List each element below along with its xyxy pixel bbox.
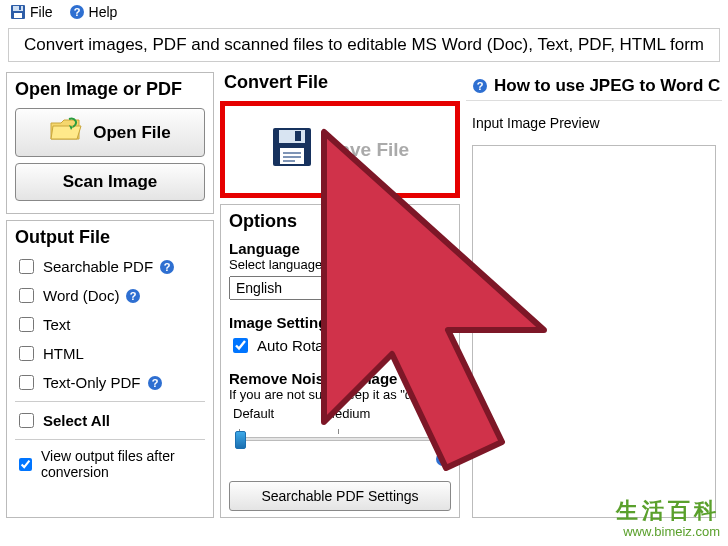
input-preview-box — [472, 145, 716, 518]
select-all-checkbox[interactable] — [19, 413, 34, 428]
svg-text:?: ? — [73, 6, 80, 18]
output-searchable-pdf[interactable]: Searchable PDF ? — [15, 256, 205, 277]
noise-label-medium: Medium — [324, 406, 370, 421]
watermark: 生活百科 www.bimeiz.com — [616, 498, 720, 540]
input-preview-label: Input Image Preview — [466, 107, 722, 139]
svg-rect-1 — [13, 6, 23, 11]
help-icon[interactable]: ? — [159, 259, 175, 275]
folder-icon — [49, 117, 83, 148]
divider — [15, 439, 205, 440]
output-html[interactable]: HTML — [15, 343, 205, 364]
menu-file[interactable]: File — [10, 4, 53, 20]
howto-label: How to use JPEG to Word C — [494, 76, 720, 96]
auto-rotate-checkbox[interactable] — [233, 338, 248, 353]
noise-desc: If you are not sure, keep it as "defa — [229, 387, 451, 402]
svg-text:?: ? — [440, 453, 447, 465]
output-word-checkbox[interactable] — [19, 288, 34, 303]
menu-bar: File ? Help — [0, 0, 728, 24]
output-word-label: Word (Doc) — [43, 287, 119, 304]
slider-tick — [437, 429, 438, 434]
auto-rotate[interactable]: Auto Rotate — [229, 335, 336, 356]
output-text[interactable]: Text — [15, 314, 205, 335]
language-desc: Select language in input file — [229, 257, 451, 272]
help-icon: ? — [472, 78, 488, 94]
output-html-label: HTML — [43, 345, 84, 362]
output-text-only-pdf-label: Text-Only PDF — [43, 374, 141, 391]
menu-file-label: File — [30, 4, 53, 20]
output-text-only-pdf-checkbox[interactable] — [19, 375, 34, 390]
deskew-label: Desk — [382, 337, 416, 354]
scan-image-button[interactable]: Scan Image — [15, 163, 205, 201]
view-output-files-checkbox[interactable] — [19, 458, 32, 471]
output-text-only-pdf[interactable]: Text-Only PDF ? — [15, 372, 205, 393]
svg-rect-3 — [19, 6, 21, 10]
help-icon[interactable]: ? — [435, 451, 451, 467]
convert-file-title: Convert File — [224, 72, 460, 93]
image-settings-title: Image Settings — [229, 314, 451, 331]
svg-rect-18 — [283, 156, 301, 158]
help-icon[interactable]: ? — [147, 375, 163, 391]
slider-tick — [338, 429, 339, 434]
menu-help[interactable]: ? Help — [69, 4, 118, 20]
deskew-checkbox[interactable] — [358, 338, 373, 353]
svg-rect-2 — [14, 13, 22, 18]
output-searchable-pdf-checkbox[interactable] — [19, 259, 34, 274]
menu-help-label: Help — [89, 4, 118, 20]
language-select[interactable]: English — [229, 276, 451, 300]
select-all-label: Select All — [43, 412, 110, 429]
view-output-files-label: View output files after conversion — [41, 448, 205, 480]
auto-rotate-label: Auto Rotate — [257, 337, 336, 354]
howto-title[interactable]: ? How to use JPEG to Word C — [466, 72, 722, 101]
svg-rect-15 — [295, 131, 301, 141]
floppy-icon — [271, 126, 313, 173]
language-title: Language — [229, 240, 451, 257]
select-all[interactable]: Select All — [15, 410, 205, 431]
output-word[interactable]: Word (Doc) ? — [15, 285, 205, 306]
output-text-checkbox[interactable] — [19, 317, 34, 332]
svg-rect-17 — [283, 152, 301, 154]
banner-description: Convert images, PDF and scanned files to… — [8, 28, 720, 62]
output-searchable-pdf-label: Searchable PDF — [43, 258, 153, 275]
noise-label-high: High — [420, 406, 447, 421]
save-icon — [10, 4, 26, 20]
options-panel: Options Language Select language in inpu… — [220, 204, 460, 518]
svg-rect-19 — [283, 160, 295, 162]
scan-image-label: Scan Image — [63, 172, 158, 192]
open-image-title: Open Image or PDF — [15, 79, 205, 100]
noise-labels: Default Medium High — [233, 406, 447, 421]
open-image-panel: Open Image or PDF Open File Scan Image — [6, 72, 214, 214]
divider — [15, 401, 205, 402]
searchable-pdf-settings-button[interactable]: Searchable PDF Settings — [229, 481, 451, 511]
output-text-label: Text — [43, 316, 71, 333]
save-file-button[interactable]: Save File — [235, 116, 445, 183]
slider-track — [235, 437, 445, 441]
noise-title: Remove Noise in Image — [229, 370, 451, 387]
convert-file-highlight: Save File — [220, 101, 460, 198]
convert-file-section: Convert File Save File — [220, 72, 460, 198]
open-file-label: Open File — [93, 123, 170, 143]
output-file-panel: Output File Searchable PDF ? Word (Doc) … — [6, 220, 214, 518]
help-icon[interactable]: ? — [125, 288, 141, 304]
watermark-cn: 生活百科 — [616, 498, 720, 524]
output-html-checkbox[interactable] — [19, 346, 34, 361]
svg-text:?: ? — [477, 80, 484, 92]
output-file-title: Output File — [15, 227, 205, 248]
svg-text:?: ? — [151, 377, 158, 389]
options-title: Options — [229, 211, 451, 232]
preview-column: ? How to use JPEG to Word C Input Image … — [466, 72, 722, 518]
open-file-button[interactable]: Open File — [15, 108, 205, 157]
help-icon: ? — [69, 4, 85, 20]
noise-label-default: Default — [233, 406, 274, 421]
slider-thumb[interactable] — [235, 431, 246, 449]
deskew[interactable]: Desk — [354, 335, 416, 356]
save-file-label: Save File — [327, 139, 409, 161]
svg-text:?: ? — [130, 290, 137, 302]
watermark-url: www.bimeiz.com — [616, 524, 720, 540]
svg-rect-14 — [279, 130, 305, 143]
view-output-files[interactable]: View output files after conversion — [15, 448, 205, 480]
noise-slider[interactable] — [235, 425, 445, 447]
svg-text:?: ? — [164, 261, 171, 273]
